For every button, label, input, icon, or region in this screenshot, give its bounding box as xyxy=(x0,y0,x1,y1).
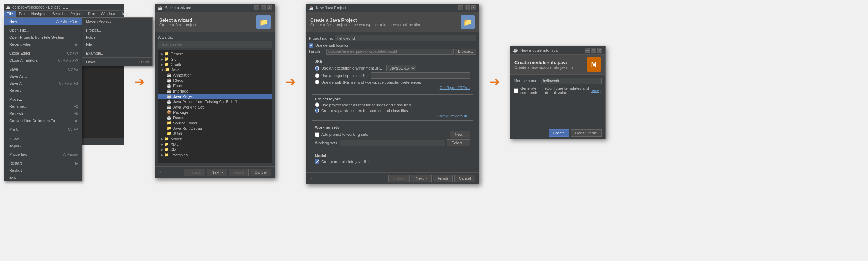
menu-help[interactable]: Help xyxy=(118,11,132,17)
tree-item-gradle[interactable]: ▶ 📁 Gradle xyxy=(158,62,272,67)
jre-option2-radio[interactable] xyxy=(315,73,319,78)
dont-create-btn[interactable]: Don't Create xyxy=(571,129,602,137)
menu-search[interactable]: Search xyxy=(49,11,67,17)
layout-option2-radio[interactable] xyxy=(315,108,319,113)
menu-project[interactable]: Project xyxy=(67,11,85,17)
new-maven-project[interactable]: Maven Project xyxy=(82,18,152,25)
new-example[interactable]: Example... xyxy=(82,50,152,57)
select-working-set-btn[interactable]: Select... xyxy=(447,139,470,146)
tree-item-record[interactable]: ☕ Record xyxy=(158,115,272,120)
menu-print[interactable]: Print... Ctrl+P xyxy=(4,126,82,133)
menu-run[interactable]: Run xyxy=(85,11,98,17)
menu-properties[interactable]: Properties Alt+Enter xyxy=(4,151,82,158)
menu-export[interactable]: Export... xyxy=(4,142,82,149)
menu-window[interactable]: Window xyxy=(98,11,117,17)
java-project-back-btn[interactable]: < Back xyxy=(388,175,410,182)
create-btn[interactable]: Create xyxy=(549,129,569,137)
menu-navigate[interactable]: Navigate xyxy=(28,11,49,17)
tree-item-junit[interactable]: 📁 JUnit xyxy=(158,131,272,136)
tree-item-git[interactable]: ▶ 📁 Git xyxy=(158,56,272,62)
menu-restart[interactable]: Restart xyxy=(4,167,82,174)
tree-item-annotation[interactable]: ☕ Annotation xyxy=(158,72,272,78)
java-project-maximize-btn[interactable]: □ xyxy=(465,5,470,10)
use-default-location-row: Use default location xyxy=(309,43,476,48)
wizard-close-btn[interactable]: ✕ xyxy=(267,5,272,10)
wizard-minimize-btn[interactable]: — xyxy=(254,5,259,10)
menu-move[interactable]: Move... xyxy=(4,96,82,103)
wizard-finish-btn[interactable]: Finish xyxy=(229,169,248,176)
java-project-minimize-btn[interactable]: — xyxy=(458,5,463,10)
new-file[interactable]: File xyxy=(82,41,152,48)
tree-item-java-working-set[interactable]: ☕ Java Working Set xyxy=(158,104,272,110)
icon-java-project: ☕ xyxy=(167,94,172,99)
module-close-btn[interactable]: ✕ xyxy=(597,48,602,53)
menu-rename[interactable]: Rename... F2 xyxy=(4,103,82,110)
java-project-help-btn[interactable]: ? xyxy=(310,176,312,181)
tree-item-general[interactable]: ▶ 📁 General xyxy=(158,51,272,56)
menu-revert[interactable]: Revert xyxy=(4,87,82,94)
tree-item-java[interactable]: ▼ 📁 Java xyxy=(158,67,272,72)
layout-option1-radio[interactable] xyxy=(315,102,319,107)
wizard-maximize-btn[interactable]: □ xyxy=(261,5,266,10)
jre-option1-radio[interactable] xyxy=(315,66,319,71)
configure-jres-link[interactable]: Configure JREs... xyxy=(440,85,470,90)
menu-save-as[interactable]: Save As... xyxy=(4,73,82,80)
java-project-finish-btn[interactable]: Finish xyxy=(433,175,452,182)
wizard-filter-input[interactable] xyxy=(158,41,272,48)
menu-file[interactable]: File xyxy=(4,11,16,17)
generate-comments-link[interactable]: here xyxy=(591,88,599,93)
menu-open-file[interactable]: Open File... xyxy=(4,27,82,34)
tree-item-package[interactable]: 📦 Package xyxy=(158,110,272,115)
wizard-next-btn[interactable]: Next > xyxy=(207,169,227,176)
tree-item-enum[interactable]: ☕ Enum xyxy=(158,83,272,88)
java-project-next-btn[interactable]: Next > xyxy=(411,175,432,182)
menu-recent-files[interactable]: Recent Files ▶ xyxy=(4,41,82,48)
menu-convert-line[interactable]: Convert Line Delimiters To ▶ xyxy=(4,117,82,124)
menu-save-all[interactable]: Save All Ctrl+Shift+S xyxy=(4,80,82,87)
menu-switch-workspace[interactable]: Restart ▶ xyxy=(4,160,82,167)
configure-default-link[interactable]: Configure default... xyxy=(437,114,470,118)
java-project-cancel-btn[interactable]: Cancel xyxy=(454,175,475,182)
new-project[interactable]: Project... xyxy=(82,27,152,34)
new-folder[interactable]: Folder xyxy=(82,34,152,41)
menu-save[interactable]: Save Ctrl+S xyxy=(4,66,82,73)
tree-item-examples[interactable]: ▶ 📁 Examples xyxy=(158,152,272,157)
menu-new[interactable]: New Alt+Shift+N ▶ xyxy=(4,18,82,25)
module-minimize-btn[interactable]: — xyxy=(585,48,590,53)
module-name-input[interactable] xyxy=(541,78,602,84)
menu-edit[interactable]: Edit xyxy=(16,11,28,17)
jre-option3-radio[interactable] xyxy=(315,80,319,84)
jre-env-select[interactable]: JavaSE-15 xyxy=(386,65,416,71)
use-default-location-checkbox[interactable] xyxy=(309,43,313,48)
wizard-cancel-btn[interactable]: Cancel xyxy=(250,169,271,176)
location-input[interactable] xyxy=(326,49,454,55)
project-name-input[interactable] xyxy=(335,35,476,41)
new-other[interactable]: Other... Ctrl+N xyxy=(82,59,152,66)
working-sets-input[interactable] xyxy=(340,140,445,146)
jre-specific-input[interactable] xyxy=(371,72,470,79)
menu-refresh[interactable]: Refresh F5 xyxy=(4,110,82,117)
menu-open-projects[interactable]: Open Projects from File System... xyxy=(4,34,82,41)
module-maximize-btn[interactable]: □ xyxy=(591,48,596,53)
tree-item-class[interactable]: ☕ Class xyxy=(158,78,272,83)
tree-item-source-folder[interactable]: 📁 Source Folder xyxy=(158,120,272,126)
java-project-close-btn[interactable]: ✕ xyxy=(471,5,476,10)
new-working-set-btn[interactable]: New... xyxy=(450,131,470,138)
tree-item-oomph[interactable]: ▶ 📁 XML xyxy=(158,141,272,147)
tree-item-interface[interactable]: ☕ Interface xyxy=(158,88,272,94)
tree-item-xml[interactable]: ▶ 📁 XML xyxy=(158,147,272,152)
tree-item-java-project-ant[interactable]: ☕ Java Project from Existing Ant Buildfi… xyxy=(158,99,272,104)
tree-item-maven[interactable]: ▶ 📁 Maven xyxy=(158,136,272,141)
create-module-checkbox[interactable] xyxy=(315,159,319,164)
add-to-working-sets-checkbox[interactable] xyxy=(315,132,319,137)
menu-close-all-editors[interactable]: Close All Editors Ctrl+Shift+W xyxy=(4,57,82,64)
browse-btn[interactable]: Browse... xyxy=(455,49,476,55)
menu-close-editor[interactable]: Close Editor Ctrl+W xyxy=(4,50,82,57)
generate-comments-checkbox[interactable] xyxy=(514,88,518,93)
wizard-help-btn[interactable]: ? xyxy=(158,170,161,175)
tree-item-java-project[interactable]: ☕ Java Project xyxy=(158,94,272,99)
menu-exit[interactable]: Exit xyxy=(4,174,82,181)
menu-import[interactable]: Import... xyxy=(4,135,82,142)
tree-item-java-run-debug[interactable]: 📁 Java Run/Debug xyxy=(158,126,272,131)
wizard-back-btn[interactable]: < Back xyxy=(184,169,205,176)
